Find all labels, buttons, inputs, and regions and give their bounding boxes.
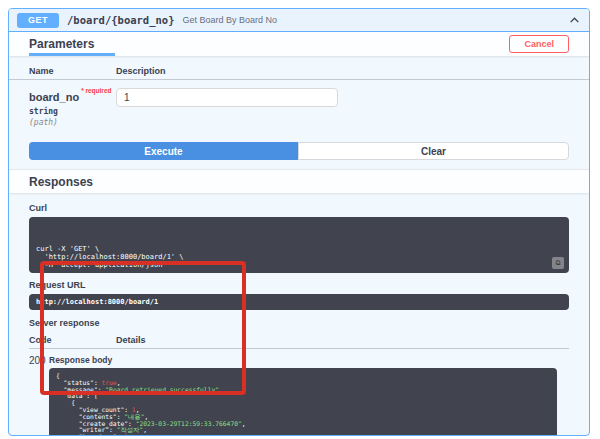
endpoint-description: Get Board By Board No [182, 15, 559, 25]
responses-body: Curl ⧉ curl -X 'GET' \ 'http://localhost… [9, 193, 589, 436]
parameter-type: string [29, 107, 116, 116]
required-label: * required [81, 87, 111, 94]
parameter-name: board_no [29, 91, 79, 103]
request-url-block: http://localhost:8000/board/1 [29, 294, 569, 310]
tab-parameters[interactable]: Parameters [29, 37, 94, 51]
responses-title: Responses [29, 175, 93, 189]
parameter-meta: board_no* required string (path) [29, 87, 116, 127]
responses-header: Responses [9, 169, 589, 193]
execute-button[interactable]: Execute [29, 142, 298, 160]
column-description-header: Description [116, 66, 166, 76]
response-details-cell: Response body { "status": true, "message… [49, 355, 569, 436]
response-body-label: Response body [49, 355, 569, 365]
parameter-row-board-no: board_no* required string (path) [9, 80, 589, 127]
cancel-button[interactable]: Cancel [509, 35, 569, 53]
response-body-block: { "status": true, "message": "Board retr… [49, 368, 557, 436]
curl-command-block: ⧉ curl -X 'GET' \ 'http://localhost:8000… [29, 217, 569, 273]
column-code-header: Code [29, 335, 116, 345]
board-no-input[interactable] [116, 88, 338, 107]
active-tab-underline [29, 53, 115, 56]
status-code: 200 [29, 355, 49, 436]
http-method-badge: GET [17, 13, 59, 28]
parameters-table-header: Name Description [9, 62, 589, 80]
request-url-value: http://localhost:8000/board/1 [36, 298, 158, 306]
chevron-up-icon[interactable] [567, 13, 581, 27]
copy-curl-icon[interactable]: ⧉ [552, 257, 564, 269]
column-details-header: Details [116, 335, 146, 345]
parameter-location: (path) [29, 118, 116, 127]
server-response-label: Server response [29, 318, 569, 328]
request-url-label: Request URL [29, 280, 569, 290]
execute-row: Execute Clear [9, 142, 589, 160]
server-response-table-header: Code Details [29, 332, 569, 349]
endpoint-summary-bar[interactable]: GET /board/{board_no} Get Board By Board… [9, 9, 589, 32]
opblock-get-board: GET /board/{board_no} Get Board By Board… [8, 8, 590, 436]
parameter-value-cell [116, 87, 338, 127]
response-row-200: 200 Response body { "status": true, "mes… [29, 349, 569, 436]
parameters-header: Parameters Cancel [9, 32, 589, 56]
clear-button[interactable]: Clear [298, 142, 569, 160]
column-name-header: Name [29, 66, 116, 76]
curl-label: Curl [29, 203, 569, 213]
endpoint-path: /board/{board_no} [67, 14, 174, 26]
